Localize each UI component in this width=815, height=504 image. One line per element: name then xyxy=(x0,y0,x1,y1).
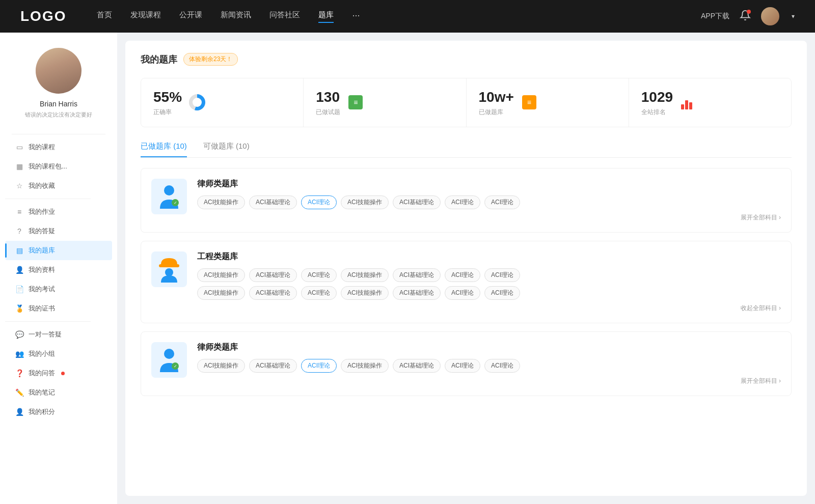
nav-opencourse[interactable]: 公开课 xyxy=(179,10,202,23)
tag-lawyer2-0[interactable]: ACI技能操作 xyxy=(197,359,245,373)
qbank-section-lawyer-2: ✓ 律师类题库 ACI技能操作 ACI基础理论 ACI理论 ACI技能操作 AC… xyxy=(141,331,792,396)
sidebar-motto: 错误的决定比没有决定要好 xyxy=(25,111,92,119)
sidebar-item-answers[interactable]: ? 我的答疑 xyxy=(5,221,112,241)
main-content: 我的题库 体验剩余23天！ 55% 正确率 130 已做试题 ≡ xyxy=(125,41,807,496)
tag-lawyer1-4[interactable]: ACI基础理论 xyxy=(393,195,441,209)
sidebar-item-certificates[interactable]: 🏅 我的证书 xyxy=(5,299,112,318)
sidebar-label-my-courses: 我的课程 xyxy=(29,143,55,152)
expand-lawyer-1[interactable]: 展开全部科目 › xyxy=(197,213,781,222)
star-icon: ☆ xyxy=(15,182,23,190)
exams-icon: 📄 xyxy=(15,285,23,293)
stat-ranking: 1029 全站排名 xyxy=(629,78,791,127)
sidebar-label-course-package: 我的课程包... xyxy=(29,162,67,171)
stat-done-questions-icon: ≡ xyxy=(346,93,365,111)
tag-lawyer2-4[interactable]: ACI基础理论 xyxy=(393,359,441,373)
qbank-header-lawyer-1: ✓ 律师类题库 ACI技能操作 ACI基础理论 ACI理论 ACI技能操作 AC… xyxy=(151,179,781,222)
navbar-right: APP下载 ▾ xyxy=(701,7,795,25)
sidebar-item-materials[interactable]: 👤 我的资料 xyxy=(5,260,112,279)
tag-lawyer1-0[interactable]: ACI技能操作 xyxy=(197,195,245,209)
sidebar-label-group: 我的小组 xyxy=(29,349,55,358)
nav-links: 首页 发现课程 公开课 新闻资讯 问答社区 题库 ··· xyxy=(97,10,701,23)
sidebar-item-exams[interactable]: 📄 我的考试 xyxy=(5,279,112,299)
sidebar-item-course-package[interactable]: ▦ 我的课程包... xyxy=(5,157,112,176)
tags-row-engineer-1: ACI技能操作 ACI基础理论 ACI理论 ACI技能操作 ACI基础理论 AC… xyxy=(197,268,781,282)
sidebar-label-one-on-one: 一对一答疑 xyxy=(29,330,62,339)
lawyer-icon-svg-2: ✓ xyxy=(157,347,181,373)
tag-eng-1[interactable]: ACI基础理论 xyxy=(249,268,297,282)
sidebar-label-points: 我的积分 xyxy=(29,407,55,416)
page-header: 我的题库 体验剩余23天！ xyxy=(141,53,792,66)
tag-lawyer2-2[interactable]: ACI理论 xyxy=(301,359,337,373)
materials-icon: 👤 xyxy=(15,266,23,274)
tag-eng2-0[interactable]: ACI技能操作 xyxy=(197,286,245,300)
tag-lawyer2-1[interactable]: ACI基础理论 xyxy=(249,359,297,373)
tag-lawyer1-1[interactable]: ACI基础理论 xyxy=(249,195,297,209)
tag-eng2-1[interactable]: ACI基础理论 xyxy=(249,286,297,300)
nav-home[interactable]: 首页 xyxy=(97,10,112,23)
user-menu-chevron[interactable]: ▾ xyxy=(792,13,795,20)
tag-lawyer1-6[interactable]: ACI理论 xyxy=(484,195,520,209)
tag-eng2-2[interactable]: ACI理论 xyxy=(301,286,337,300)
trial-badge: 体验剩余23天！ xyxy=(183,53,238,66)
sidebar-item-homework[interactable]: ≡ 我的作业 xyxy=(5,202,112,221)
stat-ranking-text: 1029 全站排名 xyxy=(641,89,673,117)
sidebar-item-points[interactable]: 👤 我的积分 xyxy=(5,402,112,422)
sidebar-item-notes[interactable]: ✏️ 我的笔记 xyxy=(5,383,112,402)
qbank-icon-lawyer-2: ✓ xyxy=(151,342,187,378)
sidebar-item-questionbank[interactable]: ▤ 我的题库 xyxy=(5,241,112,260)
qbank-header-engineer: 工程类题库 ACI技能操作 ACI基础理论 ACI理论 ACI技能操作 ACI基… xyxy=(151,251,781,313)
sidebar-username: Brian Harris xyxy=(40,100,77,108)
tag-eng2-3[interactable]: ACI技能操作 xyxy=(341,286,389,300)
tab-available-banks[interactable]: 可做题库 (10) xyxy=(203,142,250,157)
nav-qa[interactable]: 问答社区 xyxy=(269,10,300,23)
avatar-image xyxy=(36,48,82,94)
nav-discover[interactable]: 发现课程 xyxy=(130,10,161,23)
cert-icon: 🏅 xyxy=(15,304,23,313)
sidebar-label-my-qa: 我的问答 xyxy=(29,369,55,378)
lawyer-icon-svg: ✓ xyxy=(157,183,181,210)
sidebar-label-homework: 我的作业 xyxy=(29,207,55,216)
sidebar-item-my-qa[interactable]: ❓ 我的问答 xyxy=(5,363,112,383)
stat-accuracy-number: 55% xyxy=(153,89,182,106)
svg-rect-3 xyxy=(159,264,179,267)
sidebar-label-exams: 我的考试 xyxy=(29,285,55,294)
tag-lawyer1-3[interactable]: ACI技能操作 xyxy=(341,195,389,209)
user-avatar[interactable] xyxy=(761,7,779,25)
tab-done-banks[interactable]: 已做题库 (10) xyxy=(141,142,187,157)
qbank-info-lawyer-1: 律师类题库 ACI技能操作 ACI基础理论 ACI理论 ACI技能操作 ACI基… xyxy=(197,179,781,222)
qbank-header-lawyer-2: ✓ 律师类题库 ACI技能操作 ACI基础理论 ACI理论 ACI技能操作 AC… xyxy=(151,342,781,385)
tag-lawyer2-3[interactable]: ACI技能操作 xyxy=(341,359,389,373)
sidebar-label-questionbank: 我的题库 xyxy=(29,246,55,255)
tag-lawyer2-5[interactable]: ACI理论 xyxy=(445,359,480,373)
tag-lawyer1-2[interactable]: ACI理论 xyxy=(301,195,337,209)
stats-row: 55% 正确率 130 已做试题 ≡ 10w+ 已做题库 xyxy=(141,78,792,127)
sidebar-item-favorites[interactable]: ☆ 我的收藏 xyxy=(5,176,112,195)
app-download[interactable]: APP下载 xyxy=(701,12,729,21)
tag-eng-6[interactable]: ACI理论 xyxy=(484,268,520,282)
sidebar-item-one-on-one[interactable]: 💬 一对一答疑 xyxy=(5,325,112,344)
tag-eng-2[interactable]: ACI理论 xyxy=(301,268,337,282)
nav-questionbank[interactable]: 题库 xyxy=(318,10,334,23)
svg-point-0 xyxy=(164,185,174,195)
sidebar-item-my-courses[interactable]: ▭ 我的课程 xyxy=(5,137,112,157)
collapse-engineer[interactable]: 收起全部科目 › xyxy=(197,304,781,313)
tags-row-engineer-2: ACI技能操作 ACI基础理论 ACI理论 ACI技能操作 ACI基础理论 AC… xyxy=(197,286,781,300)
tag-eng2-6[interactable]: ACI理论 xyxy=(484,286,520,300)
sidebar-item-group[interactable]: 👥 我的小组 xyxy=(5,344,112,363)
group-icon: 👥 xyxy=(15,350,23,358)
notification-bell[interactable] xyxy=(740,10,751,23)
tag-eng2-5[interactable]: ACI理论 xyxy=(445,286,480,300)
tag-lawyer1-5[interactable]: ACI理论 xyxy=(445,195,480,209)
qa-notification-dot xyxy=(61,372,65,375)
stat-ranking-label: 全站排名 xyxy=(641,108,673,117)
tag-eng2-4[interactable]: ACI基础理论 xyxy=(393,286,441,300)
nav-news[interactable]: 新闻资讯 xyxy=(221,10,251,23)
expand-lawyer-2[interactable]: 展开全部科目 › xyxy=(197,377,781,385)
tag-eng-4[interactable]: ACI基础理论 xyxy=(393,268,441,282)
tag-lawyer2-6[interactable]: ACI理论 xyxy=(484,359,520,373)
tag-eng-3[interactable]: ACI技能操作 xyxy=(341,268,389,282)
tag-eng-0[interactable]: ACI技能操作 xyxy=(197,268,245,282)
nav-more[interactable]: ··· xyxy=(352,10,360,23)
tag-eng-5[interactable]: ACI理论 xyxy=(445,268,480,282)
stat-accuracy-icon xyxy=(188,93,206,111)
